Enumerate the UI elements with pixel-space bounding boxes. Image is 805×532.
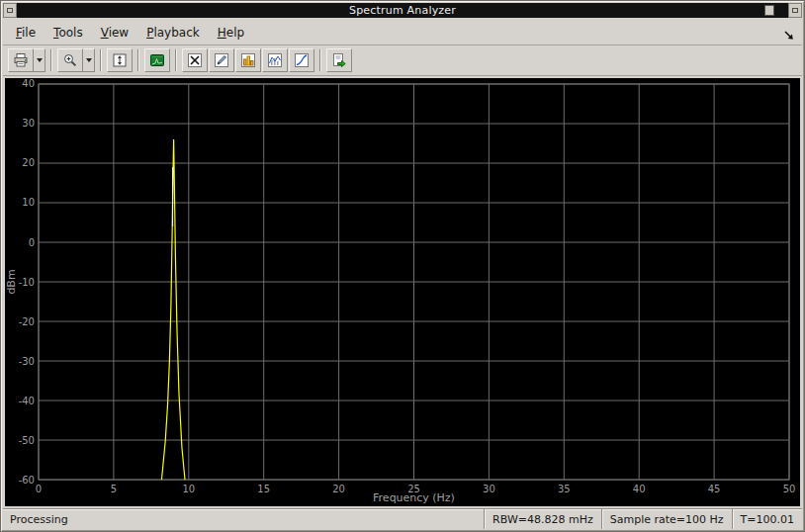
svg-text:30: 30 xyxy=(22,118,35,129)
fit-view-arrows-icon xyxy=(112,52,128,68)
svg-text:35: 35 xyxy=(558,484,571,494)
magnifier-icon xyxy=(62,52,78,68)
svg-text:40: 40 xyxy=(633,484,646,494)
peak-finder-button[interactable] xyxy=(209,48,234,72)
green-scope-icon xyxy=(149,52,165,68)
titlebar[interactable]: Spectrum Analyzer xyxy=(3,3,802,18)
fit-to-view-button[interactable] xyxy=(107,48,133,72)
distortion-measurements-button[interactable] xyxy=(262,48,288,72)
resize-icon xyxy=(792,8,798,13)
toolbar-separator xyxy=(50,49,52,71)
svg-text:10: 10 xyxy=(182,484,195,494)
status-time: T=100.01 xyxy=(732,509,802,529)
spectrum-analyzer-window: Spectrum Analyzer File Tools View Playba… xyxy=(0,0,805,532)
maximize-button[interactable] xyxy=(764,5,774,16)
svg-text:dBm: dBm xyxy=(5,269,18,294)
iconify-button[interactable] xyxy=(3,3,17,18)
page-green-arrow-icon xyxy=(331,52,347,68)
ccdf-measurements-button[interactable] xyxy=(289,48,314,72)
spectrum-chart: 05101520253035404550403020100-10-20-30-4… xyxy=(5,78,800,506)
toolbar xyxy=(3,45,802,76)
svg-text:20: 20 xyxy=(332,484,345,494)
menu-help[interactable]: Help xyxy=(209,22,253,44)
chevron-down-icon xyxy=(37,58,43,62)
svg-text:20: 20 xyxy=(22,158,35,169)
toolbar-separator xyxy=(319,49,321,71)
export-button[interactable] xyxy=(326,48,352,72)
cursor-measurements-button[interactable] xyxy=(182,48,208,72)
status-message: Processing xyxy=(3,509,484,529)
svg-text:45: 45 xyxy=(708,484,721,494)
toolbar-separator xyxy=(175,49,177,71)
svg-text:-30: -30 xyxy=(19,356,35,367)
status-rbw: RBW=48.828 mHz xyxy=(484,509,601,529)
zoom-dropdown-button[interactable] xyxy=(83,48,95,72)
svg-text:15: 15 xyxy=(257,484,270,494)
svg-text:-40: -40 xyxy=(19,396,35,406)
spectrum-settings-button[interactable] xyxy=(144,48,170,72)
menu-playback[interactable]: Playback xyxy=(137,22,209,44)
pencil-icon xyxy=(214,52,229,68)
wave-chart-icon xyxy=(267,52,283,68)
menu-tools[interactable]: Tools xyxy=(45,22,92,44)
svg-text:5: 5 xyxy=(111,484,117,494)
iconify-icon xyxy=(7,8,13,13)
svg-text:-60: -60 xyxy=(19,475,35,486)
svg-text:0: 0 xyxy=(29,237,35,248)
resize-button[interactable] xyxy=(788,3,802,18)
toolbar-separator xyxy=(137,49,139,71)
statusbar: Processing RBW=48.828 mHz Sample rate=10… xyxy=(3,508,802,529)
svg-text:-10: -10 xyxy=(19,277,35,288)
dock-arrow-icon[interactable] xyxy=(783,27,795,39)
menu-view[interactable]: View xyxy=(92,22,137,44)
titlebar-drag-area[interactable]: Spectrum Analyzer xyxy=(17,3,788,18)
zoom-button[interactable] xyxy=(57,48,83,72)
toolbar-separator xyxy=(100,49,102,71)
svg-text:30: 30 xyxy=(483,484,495,494)
diagonal-curve-icon xyxy=(294,52,310,68)
svg-text:40: 40 xyxy=(22,78,35,89)
menu-file[interactable]: File xyxy=(7,22,45,44)
svg-text:Frequency (Hz): Frequency (Hz) xyxy=(373,491,455,504)
svg-text:0: 0 xyxy=(36,484,42,494)
channel-measurements-button[interactable] xyxy=(235,48,261,72)
printer-icon xyxy=(13,52,29,68)
orange-bars-icon xyxy=(240,52,256,68)
svg-text:50: 50 xyxy=(783,484,796,494)
cursor-x-icon xyxy=(187,52,203,68)
svg-text:-20: -20 xyxy=(19,316,35,327)
status-sample-rate: Sample rate=100 Hz xyxy=(601,509,732,529)
svg-text:-50: -50 xyxy=(19,435,35,446)
print-button[interactable] xyxy=(8,48,34,72)
svg-text:10: 10 xyxy=(22,198,35,209)
plot-area[interactable]: 05101520253035404550403020100-10-20-30-4… xyxy=(5,78,800,506)
chevron-down-icon xyxy=(86,58,92,62)
menubar: File Tools View Playback Help xyxy=(3,20,802,45)
print-dropdown-button[interactable] xyxy=(34,48,45,72)
window-title: Spectrum Analyzer xyxy=(349,5,456,16)
